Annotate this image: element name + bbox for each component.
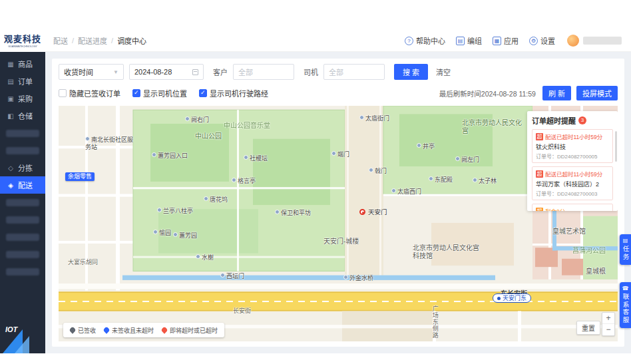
map-reset-button[interactable]: 重置 [576,321,600,335]
sidebar-item-warehouse[interactable]: ◧仓储 [0,107,45,124]
alert-card[interactable]: 超剩余0分华润万家（科技园店）2 [532,204,613,211]
breadcrumb-separator: / [111,37,113,45]
alerts-scrollbar[interactable] [615,131,617,162]
redacted-label [6,130,39,137]
header-action-label: 应用 [504,35,519,46]
map-label: 大宴乐胡同 [68,259,98,266]
alert-card-row: 超剩余0分 [536,207,609,211]
timeout-tag-icon: 超 [536,208,543,212]
zoom-in-button[interactable]: + [602,313,614,324]
map-canvas[interactable]: 中山公园中山公园音乐堂北京市劳动人民文化宫南北长街社区服务站阙右门太庙街门蕙芳园… [59,106,618,341]
driver-label: 司机 [304,67,318,77]
sidebar-item-delivery[interactable]: ◈配送 [0,176,45,194]
sidebar-item-redacted-7[interactable] [0,263,45,280]
alert-card[interactable]: 超配送已超时11小时59分钛火炽科技订单号：DD24082700005 [532,129,613,163]
order-timeout-panel: 订单超时提醒 3 超配送已超时11小时59分钛火炽科技订单号：DD2408270… [527,111,618,211]
show-driver-route-label: 显示司机行驶路经 [210,88,268,98]
breadcrumb-item[interactable]: 配送进度 [78,35,107,46]
alert-card-row: 超配送已超时11小时59分 [536,132,609,140]
order-timeout-list: 超配送已超时11小时59分钛火炽科技订单号：DD24082700005超配送已超… [532,129,613,211]
map-zoom-control: + − [602,312,615,336]
header-action-label: 帮助中心 [416,35,445,46]
dispatch-panel: 收货时间 ▼ 2024-08-28 客户 全部 司机 [52,59,624,347]
driver-input[interactable]: 全部 [323,64,385,80]
map-label: 中山公园 [195,132,222,140]
sidebar-item-redacted-6[interactable] [0,246,45,263]
map-label: 阙左门 [455,156,479,164]
group-icon: ▤ [456,37,465,45]
task-tab[interactable]: ▤ 任务 [620,234,631,265]
purchase-icon: ▣ [7,95,15,102]
hide-signed-label: 隐藏已签收订单 [69,88,120,98]
tiananmen-marker[interactable]: 天安门 [359,207,387,216]
checkbox-checked-icon[interactable] [199,89,207,97]
metro-icon [497,297,501,300]
sidebar-item-sorting[interactable]: ◇分拣 [0,159,45,176]
search-button[interactable]: 搜 索 [394,64,428,80]
map-label: 外金水桥 [343,275,373,282]
zoom-out-button[interactable]: − [602,324,614,335]
order-timeout-header: 订单超时提醒 3 [532,115,613,126]
sidebar-item-purchase[interactable]: ▣采购 [0,90,45,107]
alert-status: 剩余0分 [545,207,565,211]
sidebar-item-redacted-3[interactable] [0,194,45,211]
breadcrumb-item[interactable]: 配送 [53,35,68,46]
map-label: 天安门-城楼 [323,238,359,246]
chevron-down-icon: ▼ [113,69,118,75]
time-type-select[interactable]: 收货时间 ▼ [59,64,124,80]
map-label: 长安街 [233,307,251,315]
legend-pin-icon [160,326,168,333]
header-action-apps[interactable]: ▦应用 [493,35,519,46]
sidebar-item-redacted-4[interactable] [0,211,45,228]
app-window: 观麦科技 GUANMAITECHNOLOGY ▦商品▤订单▣采购◧仓储◇分拣◈配… [0,30,631,353]
time-type-value: 收货时间 [64,67,93,77]
redacted-label [6,234,39,241]
orders-icon: ▤ [7,78,15,85]
redacted-label [6,251,39,258]
map-label: 菖蒲河公园 [572,247,606,255]
checkbox-checked-icon[interactable] [132,89,140,97]
map-label: 北京市劳动人民文化宫 [462,119,523,135]
iot-triangle-small-icon [15,336,29,353]
show-driver-position-checkbox[interactable]: 显示司机位置 [132,88,187,98]
hide-signed-checkbox[interactable]: 隐藏已签收订单 [59,88,120,98]
alert-card-row: 超配送已超时11小时59分 [536,170,609,178]
settings-icon: ⚙ [529,37,538,45]
legend-item: 即将超时或已超时 [162,326,218,335]
delivery-icon: ◈ [7,182,15,189]
brand-logo[interactable]: 观麦科技 GUANMAITECHNOLOGY [0,30,45,52]
map-label: 皇城根 [586,268,606,275]
header-action-settings[interactable]: ⚙设置 [529,35,555,46]
date-picker[interactable]: 2024-08-28 [129,64,204,80]
sidebar-item-orders[interactable]: ▤订单 [0,73,45,90]
alert-customer: 华润万家（科技园店）2 [536,180,609,188]
map-label: 唐花坞 [204,196,228,204]
customer-input[interactable]: 全部 [233,64,294,80]
sidebar-item-goods[interactable]: ▦商品 [0,55,45,73]
show-driver-position-label: 显示司机位置 [143,88,187,98]
map-label: 保卫和平坊 [275,210,311,217]
legend-label: 已签收 [78,326,96,335]
clear-button[interactable]: 清空 [436,67,451,77]
avatar[interactable] [567,35,579,47]
legend-pin-icon [103,326,110,333]
screen-cast-mode-button[interactable]: 投屏模式 [576,86,618,100]
user-area[interactable] [567,35,622,47]
sidebar-item-redacted-1[interactable] [0,124,45,142]
filter-row: 收货时间 ▼ 2024-08-28 客户 全部 司机 [59,64,618,80]
sidebar-item-redacted-2[interactable] [0,142,45,159]
sidebar-item-redacted-5[interactable] [0,228,45,246]
task-tab-label: 任务 [621,246,630,261]
alert-card[interactable]: 超配送已超时11小时59分华润万家（科技园店）2订单号：DD2408270000… [532,166,613,200]
map-label: 井亭 [417,143,435,150]
header-action-help-center[interactable]: ?帮助中心 [405,35,445,46]
checkbox-unchecked-icon[interactable] [59,89,67,97]
show-driver-route-checkbox[interactable]: 显示司机行驶路经 [199,88,268,98]
legend-label: 未签收且未超时 [112,326,154,335]
brand-name: 观麦科技 [4,35,41,44]
contact-service-tab[interactable]: ☎ 联系客服 [620,282,631,328]
refresh-button[interactable]: 刷 新 [542,86,571,100]
header-action-group[interactable]: ▤编组 [456,35,482,46]
order-timeout-count-badge: 3 [578,116,586,124]
map-label: 南北长街社区服务站 [85,136,133,151]
